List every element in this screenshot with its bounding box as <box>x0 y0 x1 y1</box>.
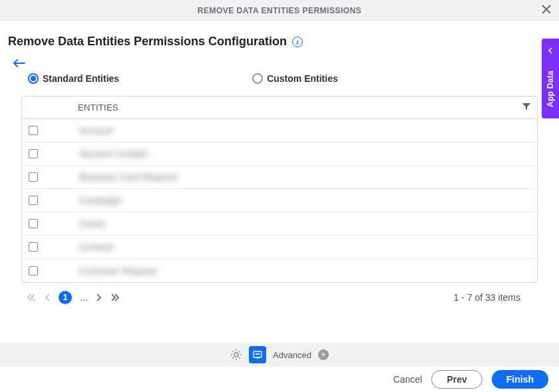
page-title: Remove Data Entities Permissions Configu… <box>8 35 287 49</box>
row-checkbox[interactable] <box>29 266 38 276</box>
svg-point-0 <box>234 353 238 357</box>
pagination-summary: 1 - 7 of 33 items <box>454 292 520 303</box>
cancel-button[interactable]: Cancel <box>393 374 423 385</box>
entities-table: ENTITIES Account Account Contact Busines… <box>21 96 538 283</box>
row-checkbox[interactable] <box>29 149 38 158</box>
table-row: Customer Request <box>22 259 537 282</box>
page-number-current[interactable]: 1 <box>59 291 72 304</box>
back-arrow-icon[interactable] <box>13 57 25 71</box>
table-row: Cases <box>22 212 537 236</box>
radio-standard-entities[interactable]: Standard Entities <box>28 73 119 84</box>
page-last-icon[interactable] <box>110 294 120 301</box>
close-icon[interactable] <box>542 4 551 16</box>
gear-icon[interactable] <box>230 349 242 361</box>
entity-name: Cases <box>79 218 106 229</box>
page-more[interactable]: ... <box>80 292 88 303</box>
modal-title: REMOVE DATA ENTITIES PERMISSIONS <box>198 6 361 15</box>
action-bar: Cancel Prev Finish <box>0 367 559 392</box>
table-row: Business Card Request <box>22 166 537 189</box>
radio-unselected-icon <box>252 73 263 84</box>
radio-label: Standard Entities <box>43 73 119 84</box>
side-tab-label: App Data <box>546 71 555 107</box>
row-checkbox[interactable] <box>29 196 38 205</box>
chevron-left-icon <box>548 45 553 56</box>
finish-button[interactable]: Finish <box>492 370 548 389</box>
table-row: Contract <box>22 236 537 259</box>
pagination: 1 ... 1 - 7 of 33 items <box>21 283 538 312</box>
app-data-side-tab[interactable]: App Data <box>542 39 559 118</box>
entity-name: Account <box>79 125 113 136</box>
prev-button[interactable]: Prev <box>431 370 482 389</box>
page-first-icon[interactable] <box>27 294 36 301</box>
entity-name: Business Card Request <box>79 172 177 182</box>
page-next-icon[interactable] <box>96 294 102 301</box>
modal-header: REMOVE DATA ENTITIES PERMISSIONS <box>0 0 559 21</box>
footer-toolbar: Advanced + <box>0 343 559 367</box>
table-row: Campaign <box>22 189 537 212</box>
table-row: Account Contact <box>22 142 537 166</box>
row-checkbox[interactable] <box>29 172 38 182</box>
designer-icon[interactable] <box>249 346 266 363</box>
table-row: Account <box>22 119 537 142</box>
table-header-label: ENTITIES <box>78 102 118 112</box>
radio-label: Custom Entities <box>267 73 338 84</box>
radio-custom-entities[interactable]: Custom Entities <box>252 73 338 84</box>
entity-name: Account Contact <box>79 148 148 159</box>
entity-name: Customer Request <box>79 266 157 276</box>
row-checkbox[interactable] <box>29 126 38 135</box>
info-icon[interactable]: i <box>292 37 303 47</box>
entity-name: Campaign <box>79 195 122 206</box>
row-checkbox[interactable] <box>29 219 38 228</box>
advanced-label: Advanced <box>273 350 311 360</box>
row-checkbox[interactable] <box>29 242 38 252</box>
entity-name: Contract <box>79 242 114 252</box>
table-header: ENTITIES <box>22 97 537 119</box>
radio-selected-icon <box>28 73 39 84</box>
page-prev-icon[interactable] <box>44 294 51 301</box>
filter-icon[interactable] <box>522 102 530 114</box>
add-icon[interactable]: + <box>318 349 329 360</box>
